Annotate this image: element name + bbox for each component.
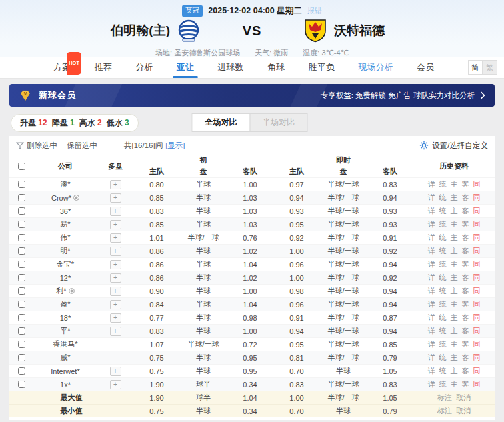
away-history-link[interactable]: 客 — [462, 246, 469, 256]
row-checkbox[interactable] — [18, 181, 25, 188]
away-history-link[interactable]: 客 — [462, 353, 469, 363]
away-history-link[interactable]: 客 — [462, 233, 469, 243]
row-checkbox[interactable] — [18, 381, 25, 388]
same-odds-link[interactable]: 同 — [473, 313, 481, 323]
detail-link[interactable]: 详 — [428, 366, 435, 376]
nav-tab[interactable]: 现场分析 — [358, 57, 393, 78]
row-checkbox[interactable] — [18, 274, 25, 281]
home-history-link[interactable]: 主 — [451, 313, 458, 323]
same-odds-link[interactable]: 同 — [473, 193, 481, 203]
same-odds-link[interactable]: 同 — [473, 326, 481, 336]
home-history-link[interactable]: 主 — [451, 286, 458, 296]
expand-odds-button[interactable]: + — [110, 193, 121, 203]
detail-link[interactable]: 详 — [428, 179, 435, 189]
home-history-link[interactable]: 主 — [451, 193, 458, 203]
home-history-link[interactable]: 主 — [451, 219, 458, 229]
home-history-link[interactable]: 主 — [451, 246, 458, 256]
detail-link[interactable]: 详 — [428, 206, 435, 216]
mark-link[interactable]: 标注 — [437, 393, 452, 403]
away-history-link[interactable]: 客 — [462, 299, 469, 309]
expand-odds-button[interactable]: + — [110, 220, 121, 229]
home-history-link[interactable]: 主 — [451, 259, 458, 269]
row-checkbox[interactable] — [18, 287, 25, 295]
same-odds-link[interactable]: 同 — [473, 246, 481, 256]
same-odds-link[interactable]: 同 — [473, 233, 481, 243]
same-odds-link[interactable]: 同 — [473, 366, 481, 376]
detail-link[interactable]: 详 — [428, 326, 435, 336]
detail-link[interactable]: 详 — [428, 233, 435, 243]
detail-link[interactable]: 详 — [428, 246, 435, 256]
stats-link[interactable]: 统 — [439, 299, 447, 309]
away-history-link[interactable]: 客 — [462, 339, 469, 349]
same-odds-link[interactable]: 同 — [473, 286, 481, 296]
vip-banner[interactable]: V 新球会员 专享权益: 免费解锁 免广告 球队实力对比分析 — [9, 84, 495, 107]
away-history-link[interactable]: 客 — [462, 286, 469, 296]
detail-link[interactable]: 详 — [428, 259, 435, 269]
cancel-link[interactable]: 取消 — [456, 393, 471, 403]
mark-link[interactable]: 标注 — [437, 406, 452, 416]
home-history-link[interactable]: 主 — [451, 326, 458, 336]
home-history-link[interactable]: 主 — [451, 379, 458, 389]
expand-odds-button[interactable]: + — [110, 380, 121, 389]
same-odds-link[interactable]: 同 — [473, 206, 481, 216]
nav-tab[interactable]: 角球 — [267, 57, 285, 78]
detail-link[interactable]: 详 — [428, 286, 435, 296]
detail-link[interactable]: 详 — [428, 299, 435, 309]
stats-link[interactable]: 统 — [439, 179, 447, 189]
row-checkbox[interactable] — [18, 234, 25, 241]
away-history-link[interactable]: 客 — [462, 366, 469, 376]
stats-link[interactable]: 统 — [439, 219, 447, 229]
detail-link[interactable]: 详 — [428, 273, 435, 283]
stats-link[interactable]: 统 — [439, 366, 447, 376]
expand-odds-button[interactable]: + — [110, 233, 121, 243]
stats-link[interactable]: 统 — [439, 246, 447, 256]
home-history-link[interactable]: 主 — [451, 366, 458, 376]
row-checkbox[interactable] — [18, 327, 25, 335]
detail-link[interactable]: 详 — [428, 353, 435, 363]
home-history-link[interactable]: 主 — [451, 233, 458, 243]
expand-odds-button[interactable]: + — [110, 287, 121, 296]
nav-tab[interactable]: 方案 HOT — [53, 57, 71, 78]
row-checkbox[interactable] — [18, 367, 25, 375]
expand-odds-button[interactable]: + — [110, 180, 121, 189]
expand-odds-button[interactable]: + — [110, 260, 121, 269]
stats-link[interactable]: 统 — [439, 193, 447, 203]
stats-link[interactable]: 统 — [439, 339, 447, 349]
expand-odds-button[interactable]: + — [110, 300, 121, 309]
stats-link[interactable]: 统 — [439, 206, 447, 216]
detail-link[interactable]: 详 — [428, 379, 435, 389]
expand-odds-button[interactable]: + — [110, 273, 121, 283]
expand-odds-button[interactable]: + — [110, 247, 121, 256]
keep-selected-button[interactable]: 保留选中 — [67, 141, 97, 151]
select-all-checkbox[interactable] — [18, 163, 25, 170]
nav-tab[interactable]: 分析 — [135, 57, 153, 78]
stats-link[interactable]: 统 — [439, 326, 447, 336]
tab-full-match[interactable]: 全场对比 — [193, 114, 250, 131]
row-checkbox[interactable] — [18, 354, 25, 361]
row-checkbox[interactable] — [18, 221, 25, 228]
delete-selected-button[interactable]: 删除选中 — [16, 141, 57, 151]
settings-custom-button[interactable]: 设置/选择自定义 — [419, 141, 488, 151]
tab-half-match[interactable]: 半场对比 — [250, 114, 307, 131]
home-history-link[interactable]: 主 — [451, 206, 458, 216]
nav-tab[interactable]: 推荐 — [95, 57, 112, 78]
lang-traditional-button[interactable]: 繁 — [483, 60, 497, 75]
nav-tab[interactable]: 胜平负 — [309, 57, 335, 78]
away-history-link[interactable]: 客 — [462, 313, 469, 323]
away-history-link[interactable]: 客 — [462, 259, 469, 269]
same-odds-link[interactable]: 同 — [473, 299, 481, 309]
home-history-link[interactable]: 主 — [451, 339, 458, 349]
stats-link[interactable]: 统 — [439, 313, 447, 323]
home-history-link[interactable]: 主 — [451, 273, 458, 283]
away-history-link[interactable]: 客 — [462, 273, 469, 283]
same-odds-link[interactable]: 同 — [473, 353, 481, 363]
stats-link[interactable]: 统 — [439, 286, 447, 296]
same-odds-link[interactable]: 同 — [473, 379, 481, 389]
same-odds-link[interactable]: 同 — [473, 179, 481, 189]
detail-link[interactable]: 详 — [428, 193, 435, 203]
expand-odds-button[interactable]: + — [110, 327, 121, 336]
nav-tab[interactable]: 亚让 — [177, 57, 194, 78]
detail-link[interactable]: 详 — [428, 313, 435, 323]
row-checkbox[interactable] — [18, 301, 25, 308]
expand-odds-button[interactable]: + — [110, 367, 121, 376]
